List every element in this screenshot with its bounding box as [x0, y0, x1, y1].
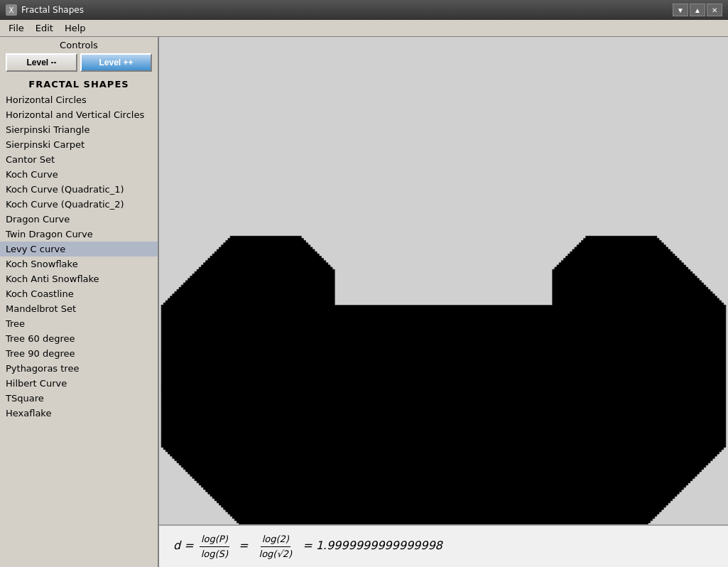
- titlebar: X Fractal Shapes ▼ ▲ ✕: [0, 0, 728, 20]
- canvas-area: d = log(P) log(S) = log(2) log(√2) = 1.9…: [159, 37, 728, 567]
- list-item[interactable]: Cantor Set: [0, 152, 158, 167]
- canvas-viewport: [159, 37, 728, 524]
- formula-eq-2: = 1.9999999999999998: [303, 539, 442, 552]
- list-item[interactable]: Koch Curve (Quadratic_2): [0, 197, 158, 212]
- list-item[interactable]: Tree: [0, 316, 158, 331]
- close-button[interactable]: ✕: [707, 4, 722, 16]
- list-item[interactable]: Twin Dragon Curve: [0, 227, 158, 242]
- formula-bar: d = log(P) log(S) = log(2) log(√2) = 1.9…: [159, 524, 728, 567]
- titlebar-buttons: ▼ ▲ ✕: [673, 4, 722, 16]
- menu-help[interactable]: Help: [59, 21, 92, 35]
- list-item[interactable]: Mandelbrot Set: [0, 301, 158, 316]
- list-item[interactable]: Horizontal and Vertical Circles: [0, 107, 158, 122]
- list-item[interactable]: Koch Coastline: [0, 286, 158, 301]
- fraction-2: log(2) log(√2): [258, 532, 294, 561]
- level-minus-button[interactable]: Level --: [6, 53, 77, 72]
- list-item[interactable]: Hilbert Curve: [0, 376, 158, 391]
- list-item[interactable]: Hexaflake: [0, 406, 158, 421]
- fraction-2-den: log(√2): [258, 547, 294, 561]
- fractal-shapes-label: FRACTAL SHAPES: [0, 76, 158, 92]
- fraction-1: log(P) log(S): [200, 532, 229, 561]
- maximize-button[interactable]: ▲: [690, 4, 705, 16]
- list-item[interactable]: Koch Anti Snowflake: [0, 271, 158, 286]
- formula-text: d = log(P) log(S) = log(2) log(√2) = 1.9…: [173, 532, 446, 561]
- level-plus-button[interactable]: Level ++: [80, 53, 152, 72]
- fraction-1-den: log(S): [200, 547, 229, 561]
- minimize-button[interactable]: ▼: [673, 4, 688, 16]
- list-item[interactable]: Levy C curve: [0, 242, 158, 256]
- list-item[interactable]: Pythagoras tree: [0, 361, 158, 376]
- menubar: File Edit Help: [0, 20, 728, 37]
- fraction-2-num: log(2): [261, 532, 290, 547]
- menu-file[interactable]: File: [3, 21, 30, 35]
- controls-buttons: Level -- Level ++: [0, 52, 158, 76]
- list-item[interactable]: Horizontal Circles: [0, 92, 158, 107]
- formula-eq-1: =: [239, 539, 248, 552]
- menu-edit[interactable]: Edit: [30, 21, 59, 35]
- list-item[interactable]: Koch Curve: [0, 167, 158, 182]
- sidebar: Controls Level -- Level ++ FRACTAL SHAPE…: [0, 37, 159, 567]
- fractal-canvas: [159, 37, 728, 524]
- list-item[interactable]: Koch Curve (Quadratic_1): [0, 182, 158, 197]
- list-item[interactable]: Sierpinski Triangle: [0, 122, 158, 137]
- list-item[interactable]: Dragon Curve: [0, 212, 158, 227]
- list-item[interactable]: Koch Snowflake: [0, 256, 158, 271]
- list-item[interactable]: TSquare: [0, 391, 158, 406]
- fraction-1-num: log(P): [200, 532, 229, 547]
- list-item[interactable]: Sierpinski Carpet: [0, 137, 158, 152]
- main-layout: Controls Level -- Level ++ FRACTAL SHAPE…: [0, 37, 728, 567]
- controls-label: Controls: [0, 37, 158, 52]
- app-icon: X: [6, 4, 17, 16]
- titlebar-title: Fractal Shapes: [21, 5, 668, 15]
- fractal-list[interactable]: Horizontal CirclesHorizontal and Vertica…: [0, 92, 158, 567]
- list-item[interactable]: Tree 90 degree: [0, 346, 158, 361]
- list-item[interactable]: Tree 60 degree: [0, 331, 158, 346]
